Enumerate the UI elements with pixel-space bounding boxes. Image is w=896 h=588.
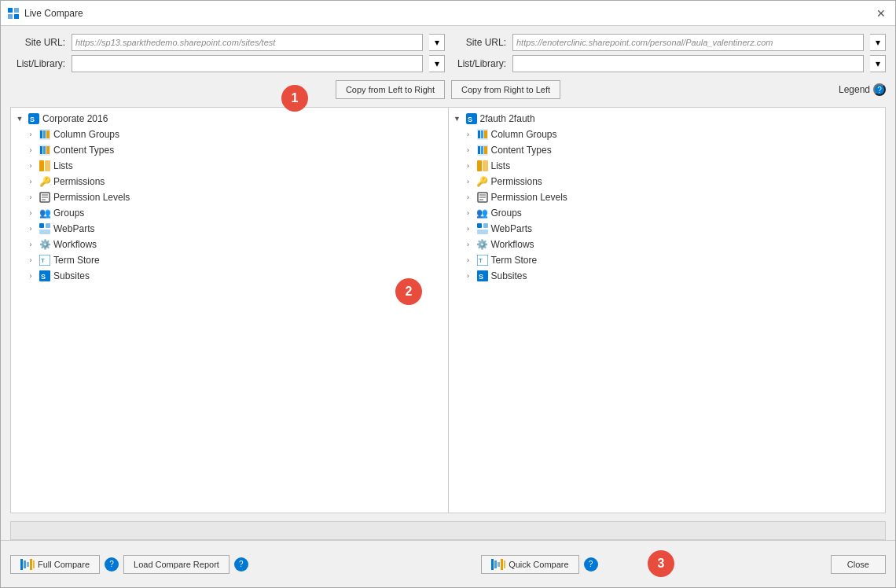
- right-term-icon: T: [476, 254, 489, 266]
- right-root-expand-icon[interactable]: ▼: [452, 113, 463, 124]
- left-tree-root[interactable]: ▼ S Corporate 2016: [11, 111, 448, 127]
- right-sub-expand[interactable]: ›: [463, 270, 474, 281]
- left-site-url-row: Site URL: ▾: [10, 34, 445, 51]
- right-lists-expand[interactable]: ›: [463, 160, 474, 171]
- svg-rect-44: [483, 223, 488, 228]
- left-tree-item-lists[interactable]: › Lists: [11, 158, 448, 174]
- right-permlvl-expand[interactable]: ›: [463, 192, 474, 203]
- svg-rect-0: [8, 8, 13, 13]
- left-list-library-input[interactable]: [72, 55, 423, 72]
- left-lists-expand[interactable]: ›: [25, 160, 36, 171]
- right-groups-label: Groups: [491, 208, 522, 219]
- right-wp-expand[interactable]: ›: [463, 223, 474, 234]
- svg-text:S: S: [30, 116, 35, 123]
- svg-rect-37: [477, 160, 482, 171]
- left-term-expand[interactable]: ›: [25, 255, 36, 266]
- left-tree-item-column-groups[interactable]: › Column Groups: [11, 127, 448, 142]
- left-root-expand-icon[interactable]: ▼: [14, 113, 25, 124]
- right-site-url-dropdown[interactable]: ▾: [870, 34, 886, 51]
- right-tree-item-groups[interactable]: › 👥 Groups: [449, 205, 886, 221]
- full-compare-help-button[interactable]: ?: [105, 557, 119, 571]
- left-site-url-dropdown[interactable]: ▾: [429, 34, 445, 51]
- right-tree-pane: ▼ S 2fauth 2fauth › Column Groups ›: [449, 108, 886, 513]
- left-root-label: Corporate 2016: [42, 113, 108, 124]
- legend-help-button[interactable]: ?: [873, 83, 886, 96]
- right-perm-icon: 🔑: [476, 175, 489, 188]
- left-tree-item-term-store[interactable]: › T Term Store: [11, 252, 448, 268]
- copy-right-to-left-button[interactable]: Copy from Right to Left: [451, 80, 560, 99]
- left-tree-item-groups[interactable]: › 👥 Groups: [11, 205, 448, 221]
- left-perm-icon: 🔑: [39, 175, 51, 188]
- right-tree-item-content-types[interactable]: › Content Types: [449, 142, 886, 158]
- load-compare-report-button[interactable]: Load Compare Report: [123, 555, 230, 574]
- quick-compare-help-button[interactable]: ?: [584, 557, 598, 571]
- left-ct-icon: [39, 144, 51, 156]
- left-wf-label: Workflows: [53, 239, 97, 250]
- left-form: Site URL: ▾ List/Library: ▾: [10, 34, 445, 72]
- right-tree-item-permissions[interactable]: › 🔑 Permissions: [449, 174, 886, 189]
- right-tree-item-webparts[interactable]: › WebParts: [449, 221, 886, 237]
- svg-rect-1: [14, 8, 19, 13]
- left-permlvl-label: Permission Levels: [53, 192, 130, 203]
- left-tree-item-permission-levels[interactable]: › Permission Levels: [11, 189, 448, 205]
- left-wp-expand[interactable]: ›: [25, 223, 36, 234]
- svg-rect-59: [504, 560, 505, 568]
- svg-rect-53: [30, 559, 32, 570]
- title-bar: Live Compare ✕: [1, 1, 895, 26]
- left-col-expand[interactable]: ›: [25, 129, 36, 140]
- window-title: Live Compare: [24, 8, 83, 19]
- left-wf-expand[interactable]: ›: [25, 239, 36, 250]
- bottom-bar: Full Compare ? Load Compare Report ? Qui…: [1, 540, 895, 587]
- left-tree-item-webparts[interactable]: › WebParts: [11, 221, 448, 237]
- close-button[interactable]: Close: [831, 555, 886, 574]
- right-list-library-input[interactable]: [512, 55, 864, 72]
- left-perm-expand[interactable]: ›: [25, 176, 36, 187]
- left-term-icon: T: [39, 254, 51, 266]
- right-term-expand[interactable]: ›: [463, 255, 474, 266]
- left-permlvl-icon: [39, 191, 51, 204]
- left-permlvl-expand[interactable]: ›: [25, 192, 36, 203]
- quick-compare-button[interactable]: Quick Compare: [481, 555, 578, 574]
- copy-buttons-row: Copy from Left to Right Copy from Right …: [10, 80, 886, 99]
- svg-rect-35: [481, 146, 483, 154]
- right-groups-expand[interactable]: ›: [463, 208, 474, 219]
- title-bar-left: Live Compare: [7, 7, 83, 20]
- right-groups-icon: 👥: [476, 207, 489, 219]
- svg-rect-15: [45, 160, 50, 171]
- right-tree-item-permission-levels[interactable]: › Permission Levels: [449, 189, 886, 205]
- left-tree-item-subsites[interactable]: › S Subsites: [11, 268, 448, 284]
- svg-text:S: S: [41, 273, 46, 281]
- right-tree-item-column-groups[interactable]: › Column Groups: [449, 127, 886, 142]
- left-wf-icon: ⚙️: [39, 238, 51, 251]
- left-sub-expand[interactable]: ›: [25, 270, 36, 281]
- left-list-library-dropdown[interactable]: ▾: [429, 55, 445, 72]
- svg-text:T: T: [41, 257, 45, 264]
- right-site-url-input[interactable]: [512, 34, 864, 51]
- close-window-button[interactable]: ✕: [873, 6, 889, 21]
- right-tree-item-subsites[interactable]: › S Subsites: [449, 268, 886, 284]
- right-tree-item-term-store[interactable]: › T Term Store: [449, 252, 886, 268]
- right-list-library-dropdown[interactable]: ▾: [870, 55, 886, 72]
- left-groups-expand[interactable]: ›: [25, 208, 36, 219]
- full-compare-icon: [20, 559, 35, 570]
- svg-rect-8: [43, 130, 46, 138]
- left-site-url-input[interactable]: [72, 34, 423, 51]
- right-ct-expand[interactable]: ›: [463, 145, 474, 156]
- left-tree-item-workflows[interactable]: › ⚙️ Workflows: [11, 237, 448, 252]
- left-ct-expand[interactable]: ›: [25, 145, 36, 156]
- left-perm-label: Permissions: [53, 176, 105, 187]
- right-wf-icon: ⚙️: [476, 238, 489, 251]
- right-perm-label: Permissions: [491, 176, 542, 187]
- load-compare-help-button[interactable]: ?: [234, 557, 248, 571]
- full-compare-button[interactable]: Full Compare: [10, 555, 100, 574]
- right-col-expand[interactable]: ›: [463, 129, 474, 140]
- right-wf-expand[interactable]: ›: [463, 239, 474, 250]
- right-tree-item-workflows[interactable]: › ⚙️ Workflows: [449, 237, 886, 252]
- svg-rect-12: [43, 146, 46, 154]
- right-tree-item-lists[interactable]: › Lists: [449, 158, 886, 174]
- right-perm-expand[interactable]: ›: [463, 176, 474, 187]
- left-tree-item-permissions[interactable]: › 🔑 Permissions: [11, 174, 448, 189]
- right-tree-root[interactable]: ▼ S 2fauth 2fauth: [449, 111, 886, 127]
- copy-left-to-right-button[interactable]: Copy from Left to Right: [336, 80, 445, 99]
- left-tree-item-content-types[interactable]: › Content Types: [11, 142, 448, 158]
